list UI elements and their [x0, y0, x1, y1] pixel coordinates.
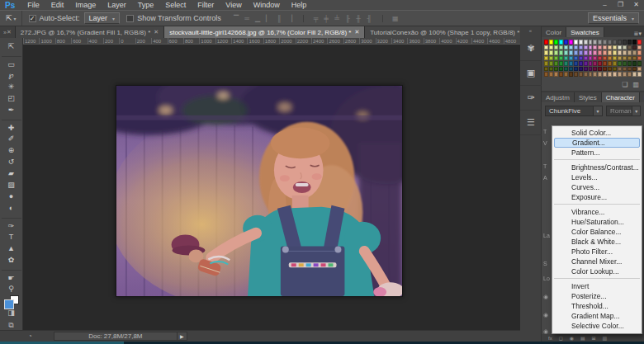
- swatch[interactable]: [584, 45, 588, 50]
- swatch[interactable]: [569, 40, 573, 45]
- swatch[interactable]: [598, 72, 602, 77]
- swatch[interactable]: [559, 61, 563, 66]
- swatch[interactable]: [598, 50, 602, 55]
- swatch[interactable]: [554, 50, 558, 55]
- distribute-vertical-centers-icon[interactable]: ╪: [321, 15, 332, 22]
- swatch[interactable]: [623, 40, 627, 45]
- swatch[interactable]: [549, 50, 553, 55]
- swatch[interactable]: [589, 67, 593, 72]
- swatch[interactable]: [613, 67, 617, 72]
- auto-align-layers-icon[interactable]: ▦: [382, 15, 400, 22]
- current-tool-indicator[interactable]: ⇱ ▾: [0, 11, 22, 26]
- canvas-area[interactable]: [23, 45, 520, 330]
- swatch[interactable]: [632, 40, 637, 45]
- brush-tool[interactable]: ✐: [2, 133, 21, 144]
- photo-document[interactable]: [116, 85, 403, 297]
- layer-group-icon[interactable]: ▤: [580, 335, 585, 341]
- menu-option[interactable]: Selective Color...: [554, 321, 640, 331]
- type-tool[interactable]: T: [2, 231, 21, 243]
- swatch[interactable]: [593, 40, 597, 45]
- close-button[interactable]: ✕: [628, 0, 644, 10]
- swatch[interactable]: [598, 40, 602, 45]
- ps-logo[interactable]: Ps: [0, 1, 21, 10]
- layer-fx-icon[interactable]: fx: [548, 336, 552, 341]
- swatch[interactable]: [549, 61, 553, 66]
- swatch[interactable]: [554, 67, 558, 72]
- zoom-tool[interactable]: ⚲: [2, 283, 21, 295]
- swatch[interactable]: [589, 50, 593, 55]
- swatch[interactable]: [544, 45, 548, 50]
- swatch[interactable]: [613, 72, 617, 77]
- swatch[interactable]: [569, 67, 573, 72]
- swatch[interactable]: [574, 67, 578, 72]
- swatch[interactable]: [579, 72, 583, 77]
- custom-shape-tool[interactable]: ✿: [2, 254, 21, 266]
- layer-mask-icon[interactable]: ◻: [559, 335, 563, 341]
- distribute-top-edges-icon[interactable]: ╤: [303, 15, 321, 22]
- swatch[interactable]: [627, 56, 632, 61]
- swatch[interactable]: [632, 61, 637, 66]
- swatch[interactable]: [593, 61, 597, 66]
- swatch[interactable]: [584, 72, 588, 77]
- gradient-tool[interactable]: ▨: [2, 179, 21, 191]
- swatch[interactable]: [618, 61, 622, 66]
- swatch[interactable]: [589, 61, 593, 66]
- font-style-select[interactable]: Roman ▾: [606, 106, 641, 116]
- menu-option[interactable]: Pattern...: [554, 148, 640, 160]
- document-tab[interactable]: TutorialConexão @ 100% (Shape 1 copy, RG…: [365, 26, 533, 38]
- swatch[interactable]: [637, 45, 642, 50]
- hand-tool[interactable]: ☛: [2, 270, 21, 283]
- swatch[interactable]: [559, 40, 563, 45]
- panel-tab[interactable]: Styles: [575, 92, 602, 102]
- distribute-right-edges-icon[interactable]: ╢: [364, 15, 375, 22]
- swatch[interactable]: [589, 40, 593, 45]
- menu-item[interactable]: Filter: [192, 0, 220, 10]
- swatch[interactable]: [632, 56, 637, 61]
- tool-presets-icon[interactable]: ✑: [520, 86, 542, 111]
- status-expand-button[interactable]: ▶: [178, 332, 187, 341]
- swatch[interactable]: [554, 40, 558, 45]
- swatch[interactable]: [603, 61, 607, 66]
- lasso-tool[interactable]: ℘: [2, 69, 21, 81]
- dodge-tool[interactable]: ◐: [2, 202, 21, 214]
- swatch[interactable]: [564, 50, 568, 55]
- menu-option[interactable]: Brightness/Contrast...: [554, 163, 640, 172]
- swatch[interactable]: [613, 45, 617, 50]
- swatch[interactable]: [627, 72, 632, 77]
- swatch[interactable]: [627, 45, 632, 50]
- swatch[interactable]: [544, 61, 548, 66]
- align-top-edges-icon[interactable]: ▔: [231, 15, 242, 22]
- swatch[interactable]: [623, 72, 627, 77]
- menu-item[interactable]: Type: [132, 0, 160, 10]
- minimize-button[interactable]: –: [597, 0, 613, 10]
- swatch[interactable]: [613, 50, 617, 55]
- align-left-edges-icon[interactable]: ▏: [263, 15, 274, 22]
- menu-option[interactable]: Invert: [554, 281, 640, 291]
- path-selection-tool[interactable]: ▲: [2, 243, 21, 254]
- menu-option[interactable]: Levels...: [554, 172, 640, 182]
- delete-swatch-icon[interactable]: ▥: [632, 81, 639, 88]
- swatch[interactable]: [564, 56, 568, 61]
- swatch[interactable]: [584, 61, 588, 66]
- swatch[interactable]: [544, 40, 548, 45]
- move-tool[interactable]: ⇱: [2, 40, 21, 52]
- swatch[interactable]: [544, 72, 548, 77]
- swatch[interactable]: [627, 50, 632, 55]
- swatch[interactable]: [608, 40, 612, 45]
- menu-item[interactable]: Layer: [102, 0, 132, 10]
- restore-button[interactable]: ❐: [613, 0, 628, 10]
- new-swatch-icon[interactable]: ❏: [622, 81, 627, 88]
- swatch[interactable]: [579, 67, 583, 72]
- menu-item[interactable]: File: [21, 0, 45, 10]
- swatch[interactable]: [593, 72, 597, 77]
- menu-option[interactable]: Photo Filter...: [554, 247, 640, 257]
- screen-mode-button[interactable]: ⧉: [8, 321, 13, 330]
- expand-panels-icon[interactable]: «: [520, 26, 541, 36]
- panel-tab[interactable]: Color: [542, 27, 566, 37]
- menu-option[interactable]: Channel Mixer...: [554, 257, 640, 266]
- distribute-horizontal-centers-icon[interactable]: ╫: [353, 15, 364, 22]
- delete-layer-icon[interactable]: ▥: [603, 335, 608, 341]
- document-tab[interactable]: stockvault-little-girl142668.jpg @ 16,7%…: [164, 26, 365, 38]
- align-bottom-edges-icon[interactable]: ▁: [253, 15, 263, 22]
- swatch[interactable]: [603, 40, 607, 45]
